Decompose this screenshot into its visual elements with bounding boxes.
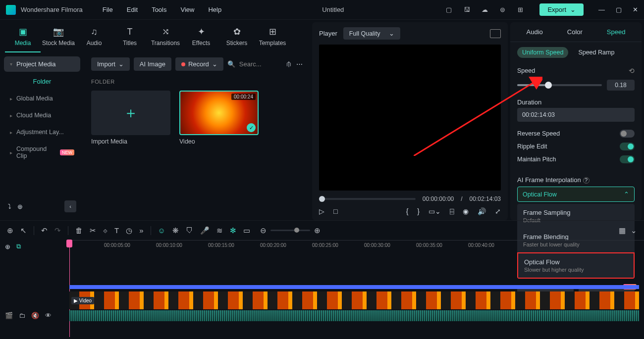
link-icon[interactable]: ⧉ [16, 242, 21, 250]
tab-stickers[interactable]: ✿Stickers [219, 24, 255, 52]
eye-icon[interactable]: 👁 [45, 312, 52, 319]
collapse-sidebar-button[interactable]: ‹ [64, 200, 76, 212]
preview-scrubber[interactable] [319, 198, 416, 200]
mic-icon[interactable]: 🎤 [200, 226, 210, 235]
aspect-icon[interactable]: ▭⌄ [429, 207, 441, 215]
audio-clip[interactable] [69, 310, 639, 321]
tab-templates[interactable]: ⊞Templates [255, 24, 290, 52]
tab-effects[interactable]: ✦Effects [183, 24, 219, 52]
chevron-down-icon[interactable]: ⌄ [631, 226, 637, 235]
tl-cursor-icon[interactable]: ↖ [20, 226, 27, 235]
mark-in-icon[interactable]: { [406, 207, 409, 215]
shield-icon[interactable]: ⛉ [186, 226, 193, 235]
preview-viewport[interactable] [319, 45, 501, 191]
video-track-icon[interactable]: 🎬 [5, 312, 13, 319]
sidebar-global-media[interactable]: ▸Global Media [4, 91, 80, 106]
import-media-card[interactable]: ＋ Import Media [91, 91, 170, 145]
camera-icon: 📷 [53, 27, 64, 37]
zoom-slider[interactable] [270, 230, 310, 231]
zoom-out-icon[interactable]: ⊖ [260, 226, 267, 235]
record-dot-icon [181, 62, 185, 66]
maximize-button[interactable]: ▢ [616, 6, 622, 13]
redo-icon[interactable]: ↷ [54, 226, 61, 235]
track-add-icon[interactable]: ⊕ [5, 243, 10, 250]
sidebar-project-media[interactable]: ▾Project Media [4, 56, 80, 72]
menu-help[interactable]: Help [208, 6, 221, 13]
tab-stock-media[interactable]: 📷Stock Media [41, 24, 76, 52]
speed-value[interactable]: 0.18 [607, 80, 635, 91]
video-media-card[interactable]: 00:00:24 ✓ Video [179, 91, 259, 145]
template-icon: ⊞ [269, 27, 276, 37]
headphone-icon[interactable]: ⊚ [498, 5, 507, 14]
save-icon[interactable]: 🖫 [462, 5, 471, 14]
fullscreen-icon[interactable]: ⤢ [495, 207, 501, 215]
sidebar-adjustment-layer[interactable]: ▸Adjustment Lay... [4, 125, 80, 140]
right-tab-color[interactable]: Color [563, 26, 587, 38]
timeline-ruler[interactable]: 00:00:05:00 00:00:10:00 00:00:15:00 00:0… [69, 240, 644, 253]
subtab-speed-ramp[interactable]: Speed Ramp [573, 47, 619, 58]
interp-dropdown[interactable]: Optical Flow⌃ [517, 187, 635, 202]
delete-icon[interactable]: 🗑 [75, 226, 83, 235]
crop-icon[interactable]: ⟐ [103, 226, 107, 235]
more-icon[interactable]: » [139, 226, 143, 235]
cloud-icon[interactable]: ☁ [480, 5, 489, 14]
quality-dropdown[interactable]: Full Quality⌄ [343, 27, 401, 40]
play-button[interactable]: ▷ [319, 207, 324, 215]
right-tab-audio[interactable]: Audio [523, 26, 547, 38]
cut-icon[interactable]: ✂ [90, 226, 96, 235]
screen-icon[interactable]: ▢ [444, 5, 453, 14]
display-icon[interactable]: ⌸ [450, 207, 454, 215]
ai-image-button[interactable]: AI Image [134, 57, 171, 71]
volume-icon[interactable]: 🔊 [478, 207, 486, 215]
split-icon[interactable]: ✻ [230, 226, 236, 235]
speed-slider[interactable] [517, 84, 602, 86]
sidebar-folder[interactable]: Folder [4, 74, 80, 89]
ripple-edit-toggle[interactable] [620, 143, 635, 150]
filter-icon[interactable]: ⫛ [286, 60, 292, 68]
text-icon[interactable]: T [114, 226, 119, 235]
speed-icon[interactable]: ◷ [126, 226, 132, 235]
maintain-pitch-toggle[interactable] [620, 155, 635, 163]
mute-icon[interactable]: 🔇 [31, 312, 39, 319]
import-folder-icon[interactable]: ⤵ [8, 203, 11, 210]
subtab-uniform-speed[interactable]: Uniform Speed [517, 47, 568, 58]
reset-icon[interactable]: ⟲ [629, 67, 635, 75]
ai-face-icon[interactable]: ☺ [158, 226, 165, 235]
right-tab-speed[interactable]: Speed [603, 26, 630, 38]
mark-out-icon[interactable]: } [417, 207, 420, 215]
marker-icon[interactable]: ▭ [243, 226, 250, 235]
video-clip[interactable]: ▶ Video [69, 291, 639, 309]
tab-media[interactable]: ▣Media [5, 24, 41, 52]
export-button[interactable]: Export ⌄ [539, 3, 584, 16]
minimize-button[interactable]: — [598, 6, 605, 13]
close-button[interactable]: ✕ [633, 6, 638, 13]
lock-icon[interactable]: 🗀 [19, 312, 25, 319]
grid-icon[interactable]: ▦ [619, 226, 626, 235]
tab-titles[interactable]: TTitles [112, 24, 148, 52]
tl-add-icon[interactable]: ⊕ [7, 226, 13, 235]
tab-audio[interactable]: ♫Audio [76, 24, 112, 52]
more-icon[interactable]: ⋯ [296, 60, 303, 68]
record-button[interactable]: Record⌄ [175, 57, 223, 71]
snapshot-button[interactable]: ◉ [463, 207, 469, 215]
duration-input[interactable]: 00:02:14:03 [517, 108, 635, 122]
menu-file[interactable]: File [103, 6, 113, 13]
menu-view[interactable]: View [180, 6, 194, 13]
sidebar-cloud-media[interactable]: ▸Cloud Media [4, 108, 80, 123]
sidebar-compound-clip[interactable]: ▸Compound ClipNEW [4, 142, 80, 163]
zoom-in-icon[interactable]: ⊕ [314, 226, 321, 235]
help-icon[interactable]: ? [583, 177, 590, 184]
new-folder-icon[interactable]: ⊕ [17, 203, 23, 210]
apps-icon[interactable]: ⊞ [516, 5, 525, 14]
stop-button[interactable]: □ [333, 207, 337, 215]
reverse-speed-toggle[interactable] [620, 130, 635, 138]
audio-sync-icon[interactable]: ≋ [216, 226, 223, 235]
snapshot-icon[interactable] [490, 29, 501, 38]
tab-transitions[interactable]: ⤭Transitions [148, 24, 183, 52]
menu-tools[interactable]: Tools [152, 6, 166, 13]
color-icon[interactable]: ❋ [172, 226, 179, 235]
import-button[interactable]: Import⌄ [91, 57, 130, 71]
undo-icon[interactable]: ↶ [41, 226, 48, 235]
search-input[interactable]: Searc... [239, 60, 262, 68]
menu-edit[interactable]: Edit [127, 6, 138, 13]
